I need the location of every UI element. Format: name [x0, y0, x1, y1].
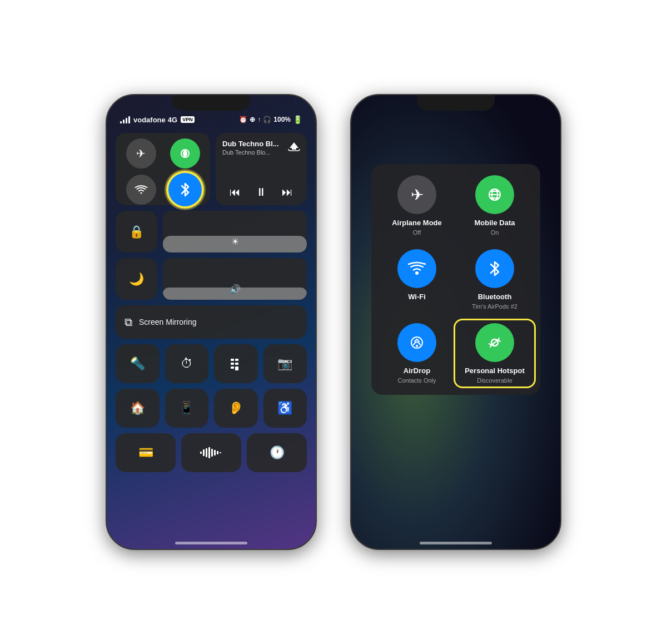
- em-airdrop[interactable]: AirDrop Contacts Only: [382, 323, 451, 384]
- do-not-disturb-button[interactable]: 🌙: [116, 258, 157, 300]
- svg-point-22: [415, 271, 419, 275]
- expanded-connectivity-menu: ✈ Airplane Mode Off: [371, 164, 540, 395]
- clock-button[interactable]: 🕐: [247, 433, 307, 472]
- vpn-badge: VPN: [181, 116, 195, 123]
- camera-button[interactable]: 📷: [263, 344, 307, 383]
- svg-point-25: [491, 339, 498, 346]
- svg-rect-7: [231, 366, 234, 369]
- airplay-icon: ⊕: [250, 116, 255, 123]
- airplay-btn[interactable]: [288, 140, 300, 155]
- util-row-2: 🏠 📱 👂 ♿: [116, 389, 307, 428]
- airdrop-label: AirDrop: [404, 366, 430, 375]
- svg-rect-2: [292, 148, 296, 150]
- svg-rect-9: [200, 452, 202, 454]
- svg-rect-6: [235, 363, 238, 365]
- mobile-data-circle: [475, 175, 514, 214]
- wifi-circle: [397, 249, 436, 288]
- remote-button[interactable]: 📱: [165, 389, 209, 428]
- util-row-1: 🔦 ⏱ 📷: [116, 344, 307, 383]
- brightness-icon: ☀: [231, 236, 239, 247]
- svg-rect-12: [208, 447, 210, 458]
- calculator-button[interactable]: [214, 344, 258, 383]
- bar4: [128, 116, 130, 123]
- svg-rect-8: [235, 366, 238, 370]
- music-tile[interactable]: Dub Techno Bl... Dub Techno Blo...: [216, 133, 307, 205]
- airplane-sub: Off: [413, 229, 421, 236]
- volume-slider[interactable]: 🔊: [163, 258, 307, 300]
- svg-rect-13: [211, 449, 213, 457]
- hotspot-sub: Discoverable: [477, 377, 512, 384]
- music-title: Dub Techno Bl...: [222, 140, 279, 148]
- cc-second-row: 🔒 🌙 ☀ 🔊: [116, 211, 307, 300]
- rotation-lock-button[interactable]: 🔒: [116, 211, 157, 252]
- music-top: Dub Techno Bl... Dub Techno Blo...: [222, 140, 300, 156]
- carrier-label: vodafone: [133, 116, 166, 124]
- cellular-btn-wrap: [165, 138, 205, 169]
- phone-2: ✈ Airplane Mode Off: [350, 94, 561, 550]
- soundwave-button[interactable]: [181, 433, 241, 472]
- control-center: ✈: [107, 128, 316, 477]
- hotspot-circle: [475, 323, 514, 362]
- screen-mirroring-button[interactable]: ⧉ Screen Mirroring: [116, 305, 307, 339]
- svg-rect-14: [214, 450, 216, 455]
- mobile-data-sub: On: [491, 229, 499, 236]
- em-mobile-data[interactable]: Mobile Data On: [460, 175, 529, 236]
- music-info: Dub Techno Bl... Dub Techno Blo...: [222, 140, 279, 156]
- airdrop-sub: Contacts Only: [397, 377, 436, 384]
- notch-1: [172, 95, 250, 111]
- flashlight-button[interactable]: 🔦: [116, 344, 160, 383]
- signal-bars: [120, 116, 130, 123]
- battery-icon: 🔋: [293, 115, 302, 124]
- alarm-icon: ⏰: [239, 116, 247, 123]
- bluetooth-btn-wrap: [165, 173, 205, 206]
- cc-small-btns: 🔒 🌙: [116, 211, 157, 300]
- cc-sliders: ☀ 🔊: [163, 211, 307, 300]
- timer-button[interactable]: ⏱: [165, 344, 209, 383]
- cellular-button[interactable]: [170, 138, 200, 169]
- wifi-button[interactable]: [126, 175, 156, 205]
- airplane-mode-button[interactable]: ✈: [126, 138, 156, 169]
- location-icon: ↑: [257, 116, 261, 123]
- phone2-screen: ✈ Airplane Mode Off: [351, 95, 560, 549]
- prev-button[interactable]: ⏮: [230, 186, 241, 199]
- em-bluetooth[interactable]: Bluetooth Tim's AirPods #2: [460, 249, 529, 310]
- svg-rect-15: [217, 451, 218, 454]
- next-button[interactable]: ⏭: [282, 186, 293, 199]
- status-left: vodafone 4G VPN: [120, 116, 195, 124]
- phone-1: vodafone 4G VPN ⏰ ⊕ ↑ 🎧 100% 🔋: [106, 94, 317, 550]
- home-button[interactable]: 🏠: [116, 389, 160, 428]
- bar3: [126, 118, 127, 123]
- em-airplane-mode[interactable]: ✈ Airplane Mode Off: [382, 175, 451, 236]
- svg-rect-5: [231, 363, 234, 365]
- wifi-btn-wrap: [121, 173, 161, 206]
- bar1: [120, 121, 122, 123]
- music-controls: ⏮ ⏸ ⏭: [222, 186, 300, 199]
- pause-button[interactable]: ⏸: [256, 186, 267, 199]
- connectivity-tile[interactable]: ✈: [116, 133, 210, 205]
- brightness-slider[interactable]: ☀: [163, 211, 307, 252]
- bottom-row: 💳 🕐: [116, 433, 307, 472]
- music-sub: Dub Techno Blo...: [222, 149, 279, 156]
- svg-rect-3: [231, 359, 234, 361]
- em-personal-hotspot[interactable]: Personal Hotspot Discoverable: [460, 323, 529, 384]
- screen-mirror-icon: ⧉: [125, 316, 132, 329]
- home-indicator-2: [420, 542, 492, 544]
- screen-mirror-label: Screen Mirroring: [139, 318, 196, 326]
- airplane-circle: ✈: [397, 175, 436, 214]
- wifi-label: Wi-Fi: [408, 293, 426, 301]
- wallet-button[interactable]: 💳: [116, 433, 176, 472]
- status-right: ⏰ ⊕ ↑ 🎧 100% 🔋: [239, 115, 302, 124]
- bluetooth-sub: Tim's AirPods #2: [472, 303, 517, 310]
- airplane-label: Airplane Mode: [392, 219, 442, 227]
- home-indicator-1: [175, 542, 247, 544]
- em-wifi[interactable]: Wi-Fi: [382, 249, 451, 310]
- bar2: [123, 120, 125, 123]
- bluetooth-button[interactable]: [168, 173, 202, 206]
- airdrop-circle: [397, 323, 436, 362]
- hearing-button[interactable]: 👂: [214, 389, 258, 428]
- hotspot-label: Personal Hotspot: [465, 366, 525, 375]
- headphones-icon: 🎧: [263, 116, 271, 123]
- svg-rect-11: [206, 448, 207, 457]
- notch-2: [417, 95, 495, 111]
- accessibility-button[interactable]: ♿: [263, 389, 307, 428]
